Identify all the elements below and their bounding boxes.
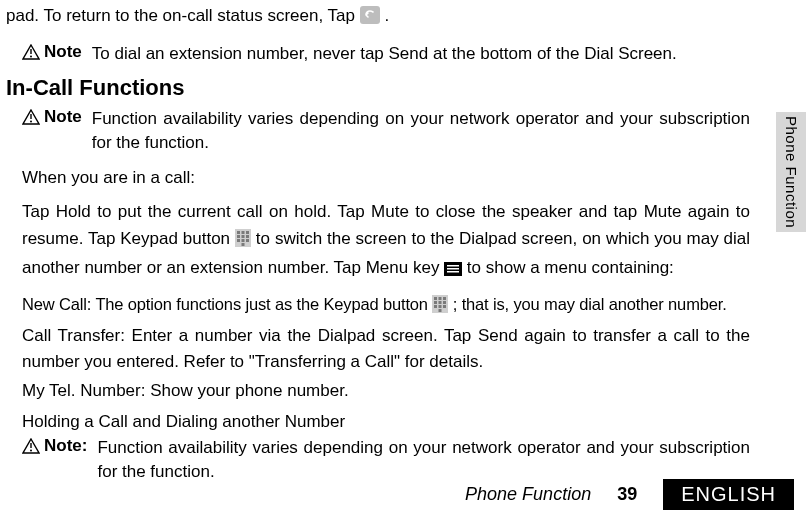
- footer-page-number: 39: [617, 484, 637, 505]
- svg-rect-30: [439, 309, 442, 312]
- intro-line: pad. To return to the on-call status scr…: [6, 4, 750, 32]
- svg-rect-7: [241, 231, 244, 234]
- note-text: To dial an extension number, never tap S…: [92, 42, 750, 66]
- warning-icon: [22, 44, 40, 60]
- newcall-paragraph: New Call: The option functions just as t…: [22, 292, 750, 321]
- note-text: Function availability varies depending o…: [97, 436, 750, 484]
- svg-rect-19: [447, 271, 459, 273]
- svg-rect-14: [246, 239, 249, 242]
- main-part-c: to show a menu containing:: [467, 258, 674, 277]
- svg-rect-13: [241, 239, 244, 242]
- note-label-text: Note: [44, 107, 82, 127]
- keypad-icon: [432, 295, 448, 321]
- menu-key-icon: [444, 258, 462, 284]
- svg-rect-17: [447, 265, 459, 267]
- note-label-text: Note: [44, 42, 82, 62]
- keypad-icon: [235, 229, 251, 255]
- note-label: Note: [22, 107, 82, 127]
- page-body: pad. To return to the on-call status scr…: [0, 0, 750, 484]
- subheading: Holding a Call and Dialing another Numbe…: [22, 412, 750, 432]
- svg-point-32: [30, 450, 32, 452]
- page-footer: Phone Function 39 ENGLISH: [465, 479, 794, 510]
- svg-rect-11: [246, 235, 249, 238]
- svg-point-2: [30, 55, 32, 57]
- lead-paragraph: When you are in a call:: [22, 165, 750, 191]
- svg-rect-0: [360, 6, 380, 24]
- note-2: Note Function availability varies depend…: [22, 107, 750, 155]
- svg-rect-23: [443, 297, 446, 300]
- svg-rect-28: [439, 305, 442, 308]
- newcall-part-a: New Call: The option functions just as t…: [22, 295, 428, 313]
- note-3: Note: Function availability varies depen…: [22, 436, 750, 484]
- side-tab-label: Phone Function: [783, 116, 800, 228]
- newcall-part-b: ; that is, you may dial another number.: [453, 295, 727, 313]
- svg-rect-24: [434, 301, 437, 304]
- svg-rect-8: [246, 231, 249, 234]
- footer-title: Phone Function: [465, 484, 591, 505]
- svg-point-4: [30, 121, 32, 123]
- svg-rect-27: [434, 305, 437, 308]
- note-label: Note: [22, 42, 82, 62]
- footer-language-badge: ENGLISH: [663, 479, 794, 510]
- svg-rect-18: [447, 268, 459, 270]
- svg-rect-29: [443, 305, 446, 308]
- note-label: Note:: [22, 436, 87, 456]
- section-heading: In-Call Functions: [6, 75, 750, 101]
- svg-rect-21: [434, 297, 437, 300]
- mytel-paragraph: My Tel. Number: Show your phone number.: [22, 378, 750, 404]
- svg-rect-25: [439, 301, 442, 304]
- intro-text-suffix: .: [384, 6, 389, 25]
- svg-rect-9: [237, 235, 240, 238]
- svg-rect-26: [443, 301, 446, 304]
- intro-text-prefix: pad. To return to the on-call status scr…: [6, 6, 360, 25]
- main-paragraph: Tap Hold to put the current call on hold…: [22, 199, 750, 284]
- warning-icon: [22, 109, 40, 125]
- note-text: Function availability varies depending o…: [92, 107, 750, 155]
- note-1: Note To dial an extension number, never …: [22, 42, 750, 66]
- svg-rect-22: [439, 297, 442, 300]
- svg-rect-15: [241, 243, 244, 246]
- back-icon: [360, 6, 380, 32]
- svg-rect-6: [237, 231, 240, 234]
- warning-icon: [22, 438, 40, 454]
- transfer-paragraph: Call Transfer: Enter a number via the Di…: [22, 323, 750, 376]
- note-label-text: Note:: [44, 436, 87, 456]
- side-tab: Phone Function: [776, 112, 806, 232]
- svg-rect-12: [237, 239, 240, 242]
- svg-rect-10: [241, 235, 244, 238]
